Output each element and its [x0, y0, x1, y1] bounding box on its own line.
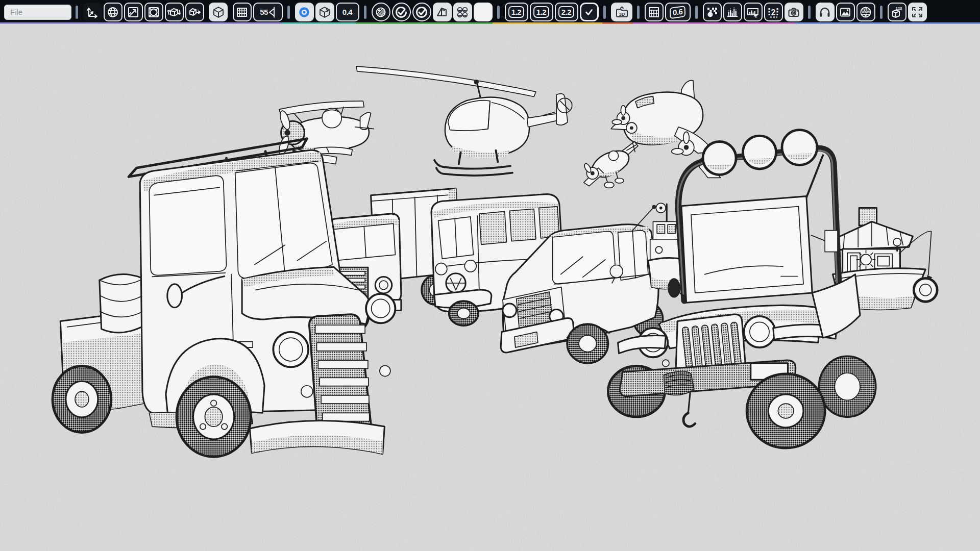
prism-button[interactable] — [433, 3, 452, 21]
frame-circle-icon — [147, 6, 160, 19]
toolbar-divider — [76, 6, 78, 19]
axes-icon — [86, 6, 99, 19]
spacing-value: 0.4 — [342, 8, 352, 16]
window-columns-button[interactable] — [645, 3, 664, 21]
graph-pointer-button[interactable] — [744, 3, 763, 21]
gamma-button[interactable]: 2.2 — [555, 3, 578, 21]
check-button[interactable] — [412, 3, 431, 21]
graph-pointer-icon — [746, 6, 760, 19]
window-columns-icon — [647, 6, 660, 19]
target-ring-button[interactable] — [295, 3, 314, 21]
headphones-icon — [818, 6, 831, 19]
toolbar-divider — [808, 6, 811, 19]
spacing-value-button[interactable]: 0.4 — [336, 3, 359, 21]
cube-move-button[interactable] — [185, 3, 204, 21]
expand-icon — [911, 6, 924, 19]
fov-button[interactable]: 55 — [253, 3, 283, 21]
camera-icon — [787, 6, 800, 19]
halftone-sphere-button[interactable] — [372, 3, 390, 21]
cube-move-icon — [188, 6, 201, 19]
dot-scale-value: 0.6 — [670, 5, 686, 18]
cube-numbers-label: 123 — [896, 6, 902, 10]
file-menu-button[interactable]: File — [4, 5, 71, 20]
camera-frustum-icon — [268, 7, 276, 18]
check-circle-dotted-icon — [395, 6, 408, 19]
equalizer-icon — [726, 6, 739, 19]
folder-icon: 3D — [615, 6, 629, 19]
toolbar-divider — [287, 6, 290, 19]
grid-icon — [235, 6, 249, 19]
cube-rotate-button[interactable] — [165, 3, 184, 21]
checkbox-check-icon — [583, 6, 595, 18]
cube-numbers-button[interactable]: 123 — [888, 3, 906, 21]
image-button[interactable] — [836, 3, 855, 21]
web-button[interactable]: www — [856, 3, 875, 21]
cube-rotate-icon — [167, 6, 181, 19]
camera-button[interactable] — [785, 3, 803, 21]
viewport-canvas[interactable] — [0, 24, 980, 551]
headphones-button[interactable] — [816, 3, 835, 21]
cube-icon — [212, 6, 225, 19]
dither-pattern-icon — [705, 6, 719, 19]
check-dotted-button[interactable] — [392, 3, 411, 21]
toolbar-divider — [364, 6, 366, 19]
grid-button[interactable] — [233, 3, 252, 21]
four-spheres-button[interactable] — [453, 3, 472, 21]
target-ring-icon — [298, 6, 311, 19]
prism-icon — [435, 6, 449, 19]
cube-icon — [318, 6, 331, 19]
screen-diagonal-button[interactable] — [124, 3, 143, 21]
cube-123-icon: 123 — [890, 6, 903, 19]
web-label: www — [861, 10, 870, 14]
toolbar-divider — [695, 6, 698, 19]
equalizer-button[interactable] — [723, 3, 742, 21]
toolbar-divider — [497, 6, 500, 19]
folder-3d-label: 3D — [619, 11, 625, 16]
level-a-button[interactable]: 1.2 — [505, 3, 528, 21]
cube-outline-button[interactable] — [315, 3, 334, 21]
level-b-button[interactable]: 1.2 — [530, 3, 553, 21]
globe-www-icon: www — [859, 6, 872, 19]
dither-pattern-button[interactable] — [703, 3, 722, 21]
level-b-value: 1.2 — [533, 6, 549, 18]
toolbar-divider — [603, 6, 606, 19]
enable-check-button[interactable] — [580, 3, 599, 21]
dot-scale-button[interactable]: 0.6 — [665, 3, 691, 21]
axes-button[interactable] — [83, 3, 102, 21]
level-a-value: 1.2 — [508, 6, 524, 18]
scene-render — [0, 24, 980, 551]
check-circle-icon — [415, 6, 428, 19]
file-menu-label: File — [10, 8, 22, 16]
globe-button[interactable] — [104, 3, 122, 21]
toolbar-divider — [637, 6, 640, 19]
gamma-value: 2.2 — [558, 6, 574, 18]
film-strip-icon: 2 — [767, 6, 780, 19]
four-spheres-icon — [456, 6, 469, 19]
frame-circle-button[interactable] — [144, 3, 163, 21]
frame-count-value: 2 — [771, 8, 776, 16]
toolbar: File — [0, 0, 980, 24]
toolbar-divider — [880, 6, 883, 19]
screen-diagonal-icon — [127, 6, 140, 19]
halftone-sphere-icon — [374, 6, 387, 19]
blank-swatch-button[interactable] — [474, 3, 493, 21]
fov-value: 55 — [260, 8, 268, 16]
frame-count-button[interactable]: 2 — [764, 3, 783, 21]
expand-button[interactable] — [908, 3, 927, 21]
globe-icon — [106, 6, 119, 19]
cube-button[interactable] — [209, 3, 228, 21]
folder-3d-button[interactable]: 3D — [611, 3, 632, 21]
image-icon — [839, 6, 852, 19]
